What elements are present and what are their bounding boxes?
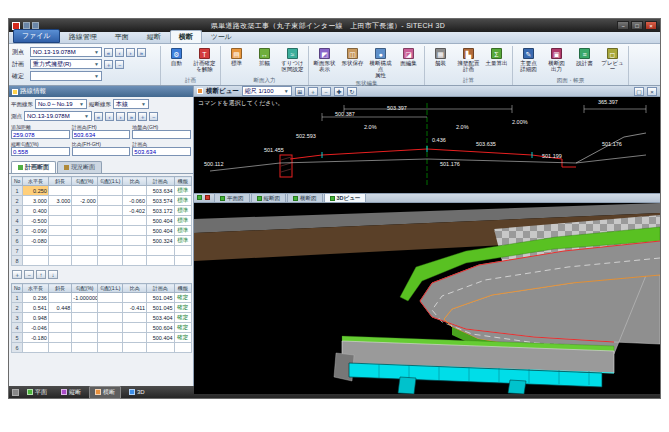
table-cell[interactable]: 500.404 bbox=[146, 216, 174, 226]
zoom-in-icon[interactable]: ＋ bbox=[308, 87, 318, 96]
table-cell[interactable] bbox=[97, 246, 123, 256]
undo-icon[interactable] bbox=[32, 22, 39, 29]
table-cell[interactable] bbox=[97, 333, 123, 343]
tab-route-manage[interactable]: 路線管理 bbox=[60, 30, 106, 43]
row-number[interactable]: 2 bbox=[12, 303, 23, 313]
refresh-icon[interactable]: ↻ bbox=[347, 87, 357, 96]
additional-distance-field[interactable] bbox=[11, 130, 70, 139]
view-switch-plan[interactable]: 平面 bbox=[21, 386, 53, 399]
table-cell[interactable]: 3.000 bbox=[23, 196, 49, 206]
row-up-icon[interactable]: ↑ bbox=[36, 270, 46, 279]
table-cell[interactable] bbox=[72, 333, 98, 343]
retaining-wall-plan-button[interactable]: ▙擁壁配置 計画 bbox=[455, 46, 482, 74]
tab-tools[interactable]: ツール bbox=[202, 30, 241, 43]
table-cell[interactable] bbox=[72, 323, 98, 333]
ground-height-field[interactable] bbox=[132, 130, 191, 139]
table-cell[interactable]: -1.000000 bbox=[72, 293, 98, 303]
close-button[interactable]: × bbox=[645, 21, 657, 30]
table-cell[interactable]: -0.411 bbox=[123, 303, 147, 313]
station-select[interactable]: NO.13-19.078M▼ bbox=[30, 47, 102, 57]
table-cell[interactable] bbox=[97, 226, 123, 236]
table-cell[interactable]: 501.045 bbox=[146, 293, 174, 303]
tab-file[interactable]: ファイル bbox=[13, 29, 60, 43]
table-cell[interactable] bbox=[123, 343, 147, 353]
row-number[interactable]: 8 bbox=[12, 256, 23, 266]
table-cell[interactable]: 確定 bbox=[174, 333, 191, 343]
section-shape-view-button[interactable]: ◩断面形状 表示 bbox=[311, 46, 338, 74]
row-number[interactable]: 5 bbox=[12, 226, 23, 236]
table-cell[interactable]: 標準 bbox=[174, 186, 191, 196]
table-cell[interactable] bbox=[174, 256, 191, 266]
table-cell[interactable]: 503.634 bbox=[146, 186, 174, 196]
transition-section-button[interactable]: ≈すりつけ 区間設定 bbox=[279, 46, 306, 74]
station-next-button[interactable]: › bbox=[126, 48, 135, 57]
plan-remove-button[interactable]: － bbox=[115, 60, 124, 69]
table-cell[interactable] bbox=[97, 256, 123, 266]
station-prev-button[interactable]: ‹ bbox=[105, 112, 114, 121]
row-number[interactable]: 6 bbox=[12, 343, 23, 353]
table-cell[interactable]: 確定 bbox=[174, 313, 191, 323]
table-cell[interactable] bbox=[123, 186, 147, 196]
row-number[interactable]: 1 bbox=[12, 186, 23, 196]
layout-icon[interactable] bbox=[12, 389, 19, 396]
table-cell[interactable] bbox=[97, 343, 123, 353]
table-cell[interactable]: 0.448 bbox=[48, 303, 72, 313]
row-number[interactable]: 3 bbox=[12, 206, 23, 216]
table-cell[interactable] bbox=[123, 256, 147, 266]
earthwork-volume-button[interactable]: Σ土量算出 bbox=[483, 46, 510, 68]
unfix-plan-button[interactable]: T計画確定 を解除 bbox=[191, 46, 218, 74]
plan-select[interactable]: 重力式擁壁(R)▼ bbox=[30, 59, 102, 69]
model-icon[interactable] bbox=[197, 195, 202, 200]
table-cell[interactable]: -0.180 bbox=[23, 333, 49, 343]
auto-button[interactable]: ⚙自動 bbox=[163, 46, 190, 68]
table-cell[interactable] bbox=[97, 216, 123, 226]
zoom-fit-icon[interactable]: ⊞ bbox=[295, 87, 305, 96]
table-cell[interactable]: 503.404 bbox=[146, 313, 174, 323]
plan-height-field[interactable] bbox=[72, 130, 131, 139]
design-doc-button[interactable]: ≡設計書 bbox=[571, 46, 598, 68]
table-cell[interactable] bbox=[123, 226, 147, 236]
table-cell[interactable]: 確定 bbox=[174, 303, 191, 313]
tab-profile-view[interactable]: 縦断図 bbox=[251, 193, 287, 202]
row-number[interactable]: 7 bbox=[12, 246, 23, 256]
row-delete-icon[interactable]: － bbox=[24, 270, 34, 279]
station-last-button[interactable]: » bbox=[137, 48, 146, 57]
table-cell[interactable]: -0.046 bbox=[23, 323, 49, 333]
table-cell[interactable] bbox=[48, 293, 72, 303]
table-cell[interactable]: 標準 bbox=[174, 226, 191, 236]
table-cell[interactable] bbox=[72, 303, 98, 313]
fix-select[interactable]: ▼ bbox=[30, 71, 102, 81]
table-cell[interactable] bbox=[48, 343, 72, 353]
close-view-icon[interactable]: × bbox=[647, 87, 657, 96]
profile-select[interactable]: 本線▼ bbox=[113, 99, 149, 109]
table-cell[interactable]: 0.541 bbox=[23, 303, 49, 313]
station-first-button[interactable]: « bbox=[94, 112, 103, 121]
alignment-select[interactable]: No.0～No.19▼ bbox=[35, 99, 87, 109]
station-plus-button[interactable]: ＋ bbox=[138, 112, 147, 121]
pan-icon[interactable]: ✚ bbox=[334, 87, 344, 96]
table-cell[interactable] bbox=[48, 313, 72, 323]
row-number[interactable]: 3 bbox=[12, 313, 23, 323]
table-cell[interactable]: 0.250 bbox=[23, 186, 49, 196]
zoom-out-icon[interactable]: － bbox=[321, 87, 331, 96]
row-number[interactable]: 2 bbox=[12, 196, 23, 206]
table-cell[interactable] bbox=[146, 343, 174, 353]
table-cell[interactable]: 503.172 bbox=[146, 206, 174, 216]
table-cell[interactable] bbox=[97, 293, 123, 303]
table-cell[interactable] bbox=[23, 343, 49, 353]
table-cell[interactable]: 500.404 bbox=[146, 226, 174, 236]
table-cell[interactable] bbox=[72, 186, 98, 196]
standard-section-button[interactable]: ▤標準 bbox=[223, 46, 250, 68]
table-cell[interactable]: 標準 bbox=[174, 206, 191, 216]
table-cell[interactable]: 500.404 bbox=[146, 333, 174, 343]
table-cell[interactable] bbox=[123, 216, 147, 226]
section-point-attr-button[interactable]: ●横断構成点 属性 bbox=[367, 46, 394, 80]
row-number[interactable]: 4 bbox=[12, 216, 23, 226]
row-down-icon[interactable]: ↓ bbox=[48, 270, 58, 279]
row-number[interactable]: 1 bbox=[12, 293, 23, 303]
table-cell[interactable] bbox=[23, 256, 49, 266]
tab-existing-section[interactable]: 現況断面 bbox=[57, 161, 102, 173]
table-cell[interactable]: 標準 bbox=[174, 236, 191, 246]
profile-grade-field[interactable] bbox=[11, 147, 70, 156]
minimize-button[interactable]: － bbox=[617, 21, 629, 30]
